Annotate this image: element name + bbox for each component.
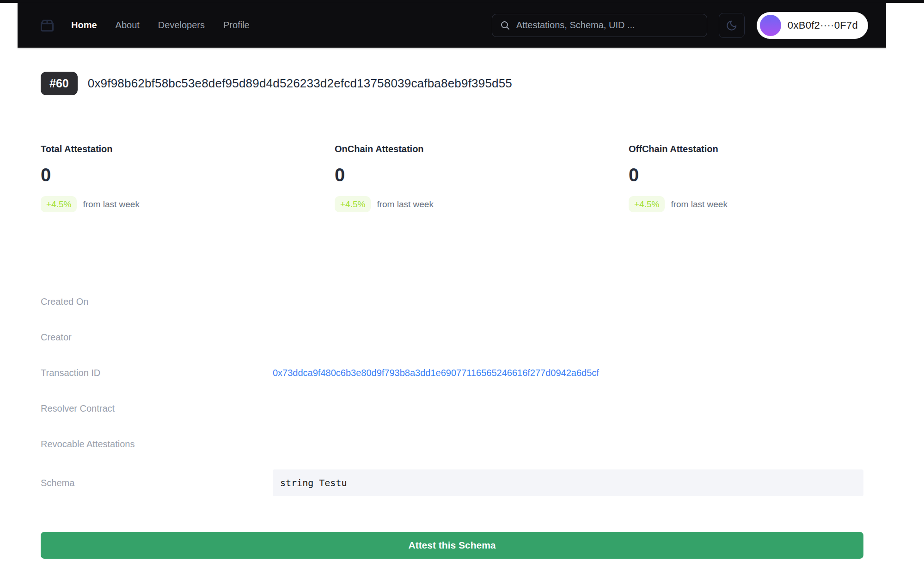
detail-row-creator: Creator bbox=[41, 320, 863, 355]
nav-link-profile[interactable]: Profile bbox=[223, 20, 250, 31]
detail-label: Resolver Contract bbox=[41, 403, 273, 414]
detail-row-transaction-id: Transaction ID 0x73ddca9f480c6b3e80d9f79… bbox=[41, 355, 863, 391]
detail-label: Revocable Attestations bbox=[41, 439, 273, 450]
stat-card-total: Total Attestation 0 +4.5% from last week bbox=[41, 143, 335, 212]
nav-link-developers[interactable]: Developers bbox=[158, 20, 205, 31]
schema-code-text: string Testu bbox=[280, 477, 347, 488]
stat-card-onchain: OnChain Attestation 0 +4.5% from last we… bbox=[335, 143, 629, 212]
detail-row-schema: Schema string Testu bbox=[41, 462, 863, 504]
stat-label: OnChain Attestation bbox=[335, 143, 629, 154]
detail-label: Creator bbox=[41, 332, 273, 343]
theme-toggle-button[interactable] bbox=[719, 13, 745, 38]
stat-value: 0 bbox=[41, 166, 335, 184]
delta-badge: +4.5% bbox=[335, 196, 371, 212]
attest-button[interactable]: Attest this Schema bbox=[41, 532, 863, 559]
stat-value: 0 bbox=[335, 166, 629, 184]
detail-label: Schema bbox=[41, 478, 273, 488]
moon-icon bbox=[725, 19, 738, 32]
wallet-button[interactable]: 0xB0f2····0F7d bbox=[757, 12, 868, 39]
wallet-address: 0xB0f2····0F7d bbox=[788, 19, 858, 31]
delta-note: from last week bbox=[83, 199, 139, 210]
details-list: Created On Creator Transaction ID 0x73dd… bbox=[41, 284, 863, 504]
detail-label: Created On bbox=[41, 296, 273, 307]
schema-id-badge: #60 bbox=[41, 72, 78, 95]
stat-card-offchain: OffChain Attestation 0 +4.5% from last w… bbox=[629, 143, 863, 212]
delta-badge: +4.5% bbox=[629, 196, 665, 212]
package-icon bbox=[38, 16, 56, 35]
brand-logo[interactable] bbox=[38, 16, 56, 35]
stat-label: OffChain Attestation bbox=[629, 143, 863, 154]
stat-delta: +4.5% from last week bbox=[335, 196, 629, 212]
schema-header: #60 0x9f98b62bf58bc53e8def95d89d4d526233… bbox=[41, 72, 863, 95]
stat-value: 0 bbox=[629, 166, 863, 184]
delta-note: from last week bbox=[671, 199, 727, 210]
delta-note: from last week bbox=[377, 199, 433, 210]
detail-row-resolver-contract: Resolver Contract bbox=[41, 391, 863, 426]
search-icon bbox=[500, 20, 511, 31]
transaction-id-link[interactable]: 0x73ddca9f480c6b3e80d9f793b8a3dd1e690771… bbox=[273, 368, 863, 378]
schema-uid: 0x9f98b62bf58bc53e8def95d89d4d526233d2ef… bbox=[88, 76, 512, 91]
nav-link-home[interactable]: Home bbox=[71, 20, 97, 31]
stat-delta: +4.5% from last week bbox=[629, 196, 863, 212]
stat-label: Total Attestation bbox=[41, 143, 335, 154]
nav-links: Home About Developers Profile bbox=[71, 20, 250, 31]
search-box bbox=[492, 14, 707, 37]
main-content: #60 0x9f98b62bf58bc53e8def95d89d4d526233… bbox=[41, 72, 863, 559]
stats-row: Total Attestation 0 +4.5% from last week… bbox=[41, 143, 863, 212]
stat-delta: +4.5% from last week bbox=[41, 196, 335, 212]
nav-link-about[interactable]: About bbox=[116, 20, 140, 31]
navbar: Home About Developers Profile 0xB0f2····… bbox=[18, 3, 886, 48]
delta-badge: +4.5% bbox=[41, 196, 77, 212]
schema-code-box: string Testu bbox=[273, 469, 863, 496]
detail-row-created-on: Created On bbox=[41, 284, 863, 320]
avatar bbox=[760, 15, 781, 36]
detail-row-revocable-attestations: Revocable Attestations bbox=[41, 426, 863, 462]
detail-label: Transaction ID bbox=[41, 368, 273, 378]
search-input[interactable] bbox=[516, 20, 699, 31]
